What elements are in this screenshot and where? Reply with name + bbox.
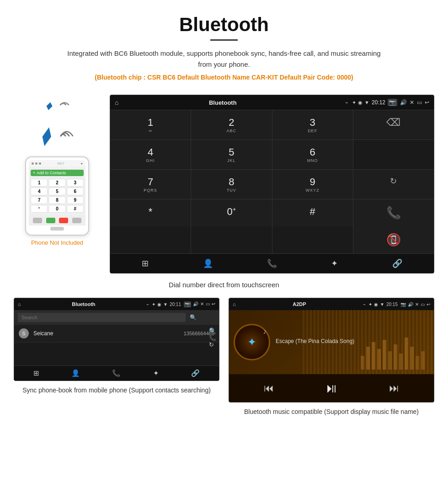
svg-rect-3 [372, 342, 375, 370]
dial-key-empty-2 [353, 140, 434, 169]
phonebook-screenshot: ⌂ Bluetooth ⌁ ✦ ◉ ▼ 20:11 📷 🔊 ✕ ▭ ↩ [14, 298, 219, 417]
volume-icon[interactable]: 🔊 [400, 99, 407, 106]
dial-key-reload[interactable]: ↻ [353, 170, 434, 199]
bottom-screenshots: ⌂ Bluetooth ⌁ ✦ ◉ ▼ 20:11 📷 🔊 ✕ ▭ ↩ [0, 298, 448, 417]
close-icon[interactable]: ✕ [410, 99, 414, 106]
mu-sig-icon: ▼ [380, 302, 384, 307]
camera-icon[interactable]: 📷 [388, 99, 397, 106]
pb-dialpad-icon[interactable]: ⊞ [33, 369, 39, 377]
music-status-bar: ⌂ A2DP ⌁ ✦ ◉ ▼ 20:15 📷 🔊 ✕ ▭ ↩ [229, 298, 434, 310]
pb-cam-icon[interactable]: 📷 [184, 301, 191, 307]
pb-contacts-icon[interactable]: 👤 [71, 369, 80, 377]
dial-key-end[interactable]: 📵 [353, 226, 434, 253]
svg-rect-1 [361, 356, 364, 370]
svg-rect-12 [421, 351, 425, 370]
pb-vol-icon[interactable]: 🔊 [193, 301, 198, 307]
dial-key-6[interactable]: 6 MNO [272, 140, 353, 169]
status-bar: ⌂ Bluetooth ⌁ ✦ ◉ ▼ 20:12 📷 🔊 ✕ ▭ ↩ [110, 95, 434, 110]
search-input[interactable] [18, 313, 186, 322]
svg-rect-10 [410, 347, 414, 370]
contacts-icon[interactable]: 👤 [203, 258, 213, 268]
mu-back-icon[interactable]: ↩ [427, 302, 430, 307]
music-caption: Bluetooth music compatible (Support disp… [244, 407, 419, 417]
mu-loc-icon: ◉ [374, 302, 378, 307]
contact-name: Seicane [33, 330, 184, 337]
pb-loc-icon: ◉ [157, 302, 161, 307]
pb-home-icon: ⌂ [18, 301, 21, 307]
pb-bt-bottom-icon[interactable]: ✦ [153, 369, 159, 377]
dial-key-8[interactable]: 8 TUV [191, 170, 272, 199]
music-note-icon: ♪ [263, 327, 267, 336]
pb-usb-icon: ⌁ [146, 302, 149, 307]
pb-close-icon[interactable]: ✕ [200, 301, 204, 307]
usb-icon: ⌁ [345, 100, 348, 106]
link-icon[interactable]: 🔗 [392, 258, 402, 268]
contact-row[interactable]: S Seicane 13566664466 [14, 325, 219, 343]
dial-key-3[interactable]: 3 DEF [272, 110, 353, 140]
dial-key-star[interactable]: * [110, 199, 191, 226]
page-header: Bluetooth Integrated with BC6 Bluetooth … [0, 0, 448, 95]
bluetooth-status-icon: ✦ [352, 100, 356, 106]
pb-back-icon[interactable]: ↩ [212, 301, 215, 307]
mu-vol-icon[interactable]: 🔊 [408, 302, 413, 307]
phonebook-status-bar: ⌂ Bluetooth ⌁ ✦ ◉ ▼ 20:11 📷 🔊 ✕ ▭ ↩ [14, 298, 219, 310]
contact-avatar: S [19, 328, 29, 338]
svg-rect-4 [377, 349, 381, 370]
phonebook-search-area: 🔍 [14, 310, 219, 325]
dial-key-5[interactable]: 5 JKL [191, 140, 272, 169]
phone-icon[interactable]: 📞 [267, 258, 277, 268]
dial-key-9[interactable]: 9 WXYZ [272, 170, 353, 199]
dial-key-delete[interactable]: ⌫ [353, 110, 434, 140]
pb-right-phone-icon[interactable]: 📞 [209, 334, 216, 341]
search-icon[interactable]: 🔍 [190, 314, 197, 321]
bt-bottom-icon[interactable]: ✦ [331, 258, 338, 268]
album-art-area: ✦ ♪ Escape (The Pina Colada Song) [229, 310, 434, 374]
dial-key-hash[interactable]: # [272, 199, 353, 226]
mu-win-icon[interactable]: ▭ [421, 302, 425, 307]
dial-key-4[interactable]: 4 GHI [110, 140, 191, 169]
dial-empty-4 [191, 226, 272, 253]
svg-rect-6 [388, 351, 392, 370]
phone-not-included-label: Phone Not Included [31, 239, 83, 246]
window-icon[interactable]: ▭ [417, 99, 422, 106]
dialpad-icon[interactable]: ⊞ [142, 258, 149, 268]
svg-rect-8 [399, 354, 403, 370]
page-title: Bluetooth [9, 14, 439, 36]
phonebook-caption: Sync phone-book from mobile phone (Suppo… [22, 386, 211, 395]
back-icon[interactable]: ↩ [425, 99, 429, 106]
pb-win-icon[interactable]: ▭ [206, 301, 210, 307]
pb-right-reload-icon[interactable]: ↻ [209, 341, 216, 348]
pb-bottom-bar: ⊞ 👤 📞 ✦ 🔗 [14, 365, 219, 381]
dial-key-7[interactable]: 7 PQRS [110, 170, 191, 199]
pb-screen-title: Bluetooth [72, 301, 95, 307]
dial-empty-3 [110, 226, 191, 253]
music-screenshot: ⌂ A2DP ⌁ ✦ ◉ ▼ 20:15 📷 🔊 ✕ ▭ ↩ [229, 298, 434, 417]
phonebook-empty-area [14, 343, 219, 365]
next-track-btn[interactable]: ⏭ [389, 382, 399, 394]
phonebook-screen: ⌂ Bluetooth ⌁ ✦ ◉ ▼ 20:11 📷 🔊 ✕ ▭ ↩ [14, 298, 219, 381]
music-info: Escape (The Pina Colada Song) [276, 338, 429, 346]
pb-right-search-icon[interactable]: 🔍 [209, 327, 216, 334]
mu-cam-icon[interactable]: 📷 [400, 302, 406, 307]
dial-caption: Dial number direct from touchscreen [0, 281, 448, 289]
dial-key-1[interactable]: 1 ∞ [110, 110, 191, 140]
mu-usb-icon: ⌁ [363, 302, 366, 307]
pb-sig-icon: ▼ [163, 302, 168, 307]
dial-key-0[interactable]: 0+ [191, 199, 272, 226]
pb-bt-icon: ✦ [152, 302, 155, 307]
dial-key-call[interactable]: 📞 [353, 199, 434, 226]
mu-time: 20:15 [386, 302, 398, 307]
album-bt-icon: ✦ [247, 336, 256, 349]
prev-track-btn[interactable]: ⏮ [264, 382, 274, 394]
pb-time: 20:11 [170, 302, 181, 307]
title-underline [210, 39, 238, 41]
bt-signal-graphic: ⧫ [34, 120, 80, 152]
dial-key-2[interactable]: 2 ABC [191, 110, 272, 140]
pb-link-icon[interactable]: 🔗 [191, 369, 200, 377]
album-art: ✦ ♪ [234, 324, 270, 360]
play-pause-btn[interactable]: ⏯ [325, 381, 338, 396]
location-icon: ◉ [358, 100, 363, 106]
signal-waves-icon [50, 95, 71, 115]
mu-close-icon[interactable]: ✕ [415, 302, 419, 307]
pb-phone-icon[interactable]: 📞 [112, 369, 121, 377]
